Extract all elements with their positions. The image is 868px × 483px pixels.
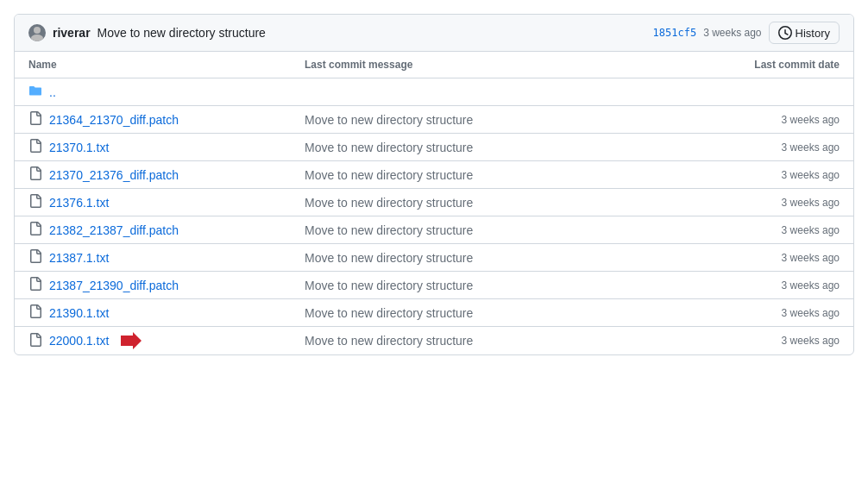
file-name-cell: 22000.1.txt xyxy=(28,332,305,349)
file-rows: 21364_21370_diff.patch Move to new direc… xyxy=(15,106,853,354)
column-headers: Name Last commit message Last commit dat… xyxy=(15,52,853,78)
commit-message: Move to new directory structure xyxy=(97,26,646,40)
commit-time: 3 weeks ago xyxy=(703,27,761,39)
commit-date-cell: 3 weeks ago xyxy=(667,169,840,181)
history-icon xyxy=(778,26,792,40)
file-icon xyxy=(28,194,42,210)
file-name-cell: 21387.1.txt xyxy=(28,249,305,266)
file-icon xyxy=(28,166,42,183)
arrow-indicator xyxy=(121,332,142,349)
commit-date-cell: 3 weeks ago xyxy=(667,224,840,236)
file-name-cell: 21376.1.txt xyxy=(28,194,305,210)
commit-msg-cell: Move to new directory structure xyxy=(305,168,667,182)
col-name: Name xyxy=(28,59,305,71)
table-row: 21376.1.txt Move to new directory struct… xyxy=(15,189,853,216)
file-name-cell: 21387_21390_diff.patch xyxy=(28,277,305,293)
parent-dir-row: .. xyxy=(15,78,853,106)
table-row: 21364_21370_diff.patch Move to new direc… xyxy=(15,106,853,134)
file-icon xyxy=(28,333,42,349)
commit-bar: riverar Move to new directory structure … xyxy=(15,15,853,52)
file-link[interactable]: 21370_21376_diff.patch xyxy=(49,168,179,182)
folder-icon xyxy=(28,84,42,100)
file-icon xyxy=(28,222,42,238)
commit-date-cell: 3 weeks ago xyxy=(667,252,840,264)
file-link[interactable]: 21382_21387_diff.patch xyxy=(49,223,179,237)
file-link[interactable]: 21376.1.txt xyxy=(49,196,109,210)
file-name-cell: 21370.1.txt xyxy=(28,139,305,155)
file-icon xyxy=(28,249,42,266)
file-icon xyxy=(28,277,42,293)
table-row: 21370.1.txt Move to new directory struct… xyxy=(15,134,853,161)
commit-date-cell: 3 weeks ago xyxy=(667,335,840,347)
commit-sha[interactable]: 1851cf5 xyxy=(653,27,697,39)
file-name-cell: 21390.1.txt xyxy=(28,304,305,321)
file-link[interactable]: 21387_21390_diff.patch xyxy=(49,279,179,292)
col-commit-msg: Last commit message xyxy=(305,59,667,71)
commit-msg-cell: Move to new directory structure xyxy=(305,334,667,348)
svg-marker-2 xyxy=(121,332,142,349)
table-row: 21382_21387_diff.patch Move to new direc… xyxy=(15,216,853,244)
svg-point-0 xyxy=(34,27,41,34)
commit-author[interactable]: riverar xyxy=(53,26,91,40)
commit-msg-cell: Move to new directory structure xyxy=(305,251,667,265)
avatar xyxy=(28,24,46,41)
commit-msg-cell: Move to new directory structure xyxy=(305,141,667,154)
file-name-cell: 21382_21387_diff.patch xyxy=(28,222,305,238)
file-link[interactable]: 21370.1.txt xyxy=(49,141,109,154)
commit-date-cell: 3 weeks ago xyxy=(667,279,840,292)
svg-point-1 xyxy=(31,34,43,41)
file-name-cell: 21370_21376_diff.patch xyxy=(28,166,305,183)
table-row: 21387_21390_diff.patch Move to new direc… xyxy=(15,272,853,299)
file-icon xyxy=(28,304,42,321)
commit-msg-cell: Move to new directory structure xyxy=(305,196,667,210)
table-row: 21390.1.txt Move to new directory struct… xyxy=(15,299,853,327)
commit-date-cell: 3 weeks ago xyxy=(667,141,840,154)
history-label: History xyxy=(796,27,830,40)
file-table: riverar Move to new directory structure … xyxy=(14,14,854,355)
commit-date-cell: 3 weeks ago xyxy=(667,197,840,209)
parent-dir-link[interactable]: .. xyxy=(49,85,56,99)
commit-meta: 1851cf5 3 weeks ago History xyxy=(653,22,840,44)
table-row: 21387.1.txt Move to new directory struct… xyxy=(15,244,853,272)
commit-date-cell: 3 weeks ago xyxy=(667,114,840,126)
commit-msg-cell: Move to new directory structure xyxy=(305,279,667,292)
commit-date-cell: 3 weeks ago xyxy=(667,307,840,319)
file-icon xyxy=(28,139,42,155)
file-link[interactable]: 21364_21370_diff.patch xyxy=(49,113,179,127)
commit-msg-cell: Move to new directory structure xyxy=(305,113,667,127)
file-link[interactable]: 21390.1.txt xyxy=(49,306,109,320)
col-commit-date: Last commit date xyxy=(667,59,840,71)
file-name-cell: 21364_21370_diff.patch xyxy=(28,111,305,128)
file-link[interactable]: 22000.1.txt xyxy=(49,334,109,348)
file-link[interactable]: 21387.1.txt xyxy=(49,251,109,265)
commit-msg-cell: Move to new directory structure xyxy=(305,306,667,320)
table-row: 22000.1.txt Move to new directory struct… xyxy=(15,327,853,354)
table-row: 21370_21376_diff.patch Move to new direc… xyxy=(15,161,853,189)
commit-msg-cell: Move to new directory structure xyxy=(305,223,667,237)
file-icon xyxy=(28,111,42,128)
history-button[interactable]: History xyxy=(769,22,840,44)
